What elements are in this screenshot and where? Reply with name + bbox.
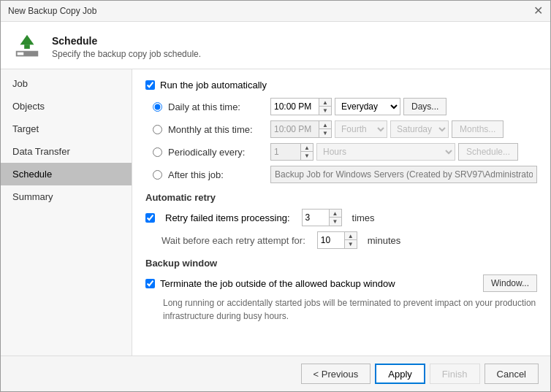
- backup-window-check-group: Terminate the job outside of the allowed…: [145, 278, 395, 289]
- header-text: Schedule Specify the backup copy job sch…: [52, 35, 201, 59]
- run-auto-row: Run the job automatically: [145, 80, 537, 91]
- sidebar-item-target[interactable]: Target: [1, 118, 132, 140]
- periodic-unit-select[interactable]: Hours Minutes: [316, 143, 455, 161]
- header-subtitle: Specify the backup copy job schedule.: [52, 49, 201, 59]
- monthly-week-select[interactable]: Fourth First Second Third Last: [335, 120, 387, 138]
- header: Schedule Specify the backup copy job sch…: [1, 22, 550, 69]
- months-button[interactable]: Months...: [452, 120, 503, 138]
- daily-frequency-select[interactable]: Everyday Weekdays Weekends: [335, 98, 400, 115]
- main-content: Job Objects Target Data Transfer Schedul…: [1, 69, 550, 356]
- schedule-button[interactable]: Schedule...: [458, 143, 518, 161]
- periodically-label: Periodically every:: [168, 147, 270, 158]
- after-controls: [270, 166, 537, 183]
- backup-window-header: Terminate the job outside of the allowed…: [145, 274, 537, 292]
- footer: < Previous Apply Finish Cancel: [1, 356, 550, 391]
- sidebar-item-job[interactable]: Job: [1, 72, 132, 95]
- svg-rect-1: [24, 45, 30, 49]
- retry-value-spinner-buttons: ▲ ▼: [329, 210, 341, 226]
- retry-unit: times: [352, 212, 375, 223]
- retry-checkbox[interactable]: [145, 213, 155, 223]
- close-button[interactable]: ✕: [533, 5, 543, 17]
- daily-time-input[interactable]: [271, 99, 319, 115]
- window-button[interactable]: Window...: [483, 274, 537, 292]
- after-row: After this job:: [153, 166, 537, 183]
- wait-value-spinner[interactable]: ▲ ▼: [317, 231, 357, 249]
- daily-time-spinner-buttons: ▲ ▼: [319, 99, 331, 115]
- after-job-input[interactable]: [270, 166, 537, 183]
- monthly-row: Monthly at this time: ▲ ▼ Fourth First: [153, 120, 537, 138]
- run-auto-checkbox[interactable]: [145, 80, 155, 90]
- radio-group: Daily at this time: ▲ ▼ Everyday Weekday…: [153, 98, 537, 183]
- periodically-row: Periodically every: ▲ ▼ Hours Minutes: [153, 143, 537, 161]
- retry-value-input[interactable]: [303, 210, 329, 226]
- sidebar-item-objects[interactable]: Objects: [1, 95, 132, 118]
- backup-window-section: Backup window Terminate the job outside …: [145, 258, 537, 323]
- cancel-button[interactable]: Cancel: [484, 364, 539, 384]
- backup-window-checkbox[interactable]: [145, 279, 155, 288]
- daily-label: Daily at this time:: [168, 101, 270, 112]
- retry-section: Automatic retry Retry failed items proce…: [145, 192, 537, 249]
- backup-window-title: Backup window: [145, 258, 537, 269]
- finish-button[interactable]: Finish: [430, 364, 480, 384]
- sidebar-item-schedule[interactable]: Schedule: [1, 163, 132, 185]
- after-label: After this job:: [168, 169, 270, 180]
- schedule-icon: [12, 32, 42, 61]
- monthly-time-input[interactable]: [271, 121, 319, 137]
- monthly-time-spinner[interactable]: ▲ ▼: [270, 120, 332, 138]
- window-title: New Backup Copy Job: [8, 6, 96, 16]
- retry-value-spinner[interactable]: ▲ ▼: [302, 209, 342, 226]
- main-window: New Backup Copy Job ✕ Schedule Specify t…: [0, 0, 551, 392]
- periodic-value-up[interactable]: ▲: [301, 144, 313, 152]
- retry-value-down[interactable]: ▼: [330, 218, 341, 226]
- wait-value-input[interactable]: [318, 232, 344, 248]
- daily-time-down[interactable]: ▼: [319, 107, 331, 115]
- monthly-controls: ▲ ▼ Fourth First Second Third Last: [270, 120, 503, 138]
- monthly-time-spinner-buttons: ▲ ▼: [319, 121, 331, 137]
- backup-window-label: Terminate the job outside of the allowed…: [160, 278, 395, 289]
- monthly-time-down[interactable]: ▼: [319, 129, 331, 137]
- retry-value-up[interactable]: ▲: [330, 210, 341, 218]
- daily-row: Daily at this time: ▲ ▼ Everyday Weekday…: [153, 98, 537, 115]
- periodically-controls: ▲ ▼ Hours Minutes Schedule...: [270, 143, 518, 161]
- periodically-radio[interactable]: [153, 147, 162, 157]
- svg-rect-3: [18, 53, 24, 55]
- sidebar: Job Objects Target Data Transfer Schedul…: [1, 69, 132, 356]
- wait-value-up[interactable]: ▲: [345, 232, 357, 240]
- periodic-value-spinner-buttons: ▲ ▼: [300, 144, 313, 160]
- wait-value-spinner-buttons: ▲ ▼: [344, 232, 357, 248]
- monthly-time-up[interactable]: ▲: [319, 121, 331, 129]
- sidebar-item-summary[interactable]: Summary: [1, 185, 132, 208]
- daily-time-spinner[interactable]: ▲ ▼: [270, 98, 332, 115]
- run-auto-label: Run the job automatically: [160, 80, 267, 91]
- wait-label: Wait before each retry attempt for:: [162, 235, 305, 246]
- daily-controls: ▲ ▼ Everyday Weekdays Weekends Days...: [270, 98, 446, 115]
- retry-items-row: Retry failed items processing: ▲ ▼ times: [145, 209, 537, 226]
- backup-window-note: Long running or accidentally started job…: [163, 296, 537, 323]
- wait-value-down[interactable]: ▼: [345, 240, 357, 248]
- previous-button[interactable]: < Previous: [301, 364, 371, 384]
- periodic-value-input[interactable]: [271, 144, 300, 160]
- apply-button[interactable]: Apply: [375, 364, 425, 384]
- svg-marker-0: [20, 35, 34, 45]
- title-bar: New Backup Copy Job ✕: [1, 1, 550, 22]
- content-area: Run the job automatically Daily at this …: [132, 69, 550, 356]
- header-title: Schedule: [52, 35, 201, 47]
- daily-time-up[interactable]: ▲: [319, 99, 331, 107]
- periodic-value-spinner[interactable]: ▲ ▼: [270, 143, 314, 161]
- retry-label: Retry failed items processing:: [165, 212, 290, 223]
- daily-radio[interactable]: [153, 102, 162, 112]
- retry-section-title: Automatic retry: [145, 192, 537, 203]
- wait-unit: minutes: [368, 235, 401, 246]
- monthly-radio[interactable]: [153, 125, 162, 134]
- after-radio[interactable]: [153, 170, 162, 180]
- monthly-label: Monthly at this time:: [168, 124, 270, 135]
- periodic-value-down[interactable]: ▼: [301, 152, 313, 160]
- monthly-day-select[interactable]: Saturday Sunday Monday Tuesday Wednesday…: [390, 120, 449, 138]
- days-button[interactable]: Days...: [403, 98, 446, 115]
- retry-wait-row: Wait before each retry attempt for: ▲ ▼ …: [145, 231, 537, 249]
- sidebar-item-data-transfer[interactable]: Data Transfer: [1, 140, 132, 163]
